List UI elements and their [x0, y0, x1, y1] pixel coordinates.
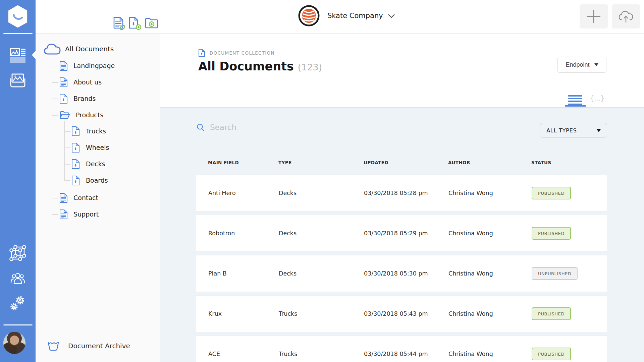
search-bar[interactable]	[197, 117, 527, 138]
type-filter-dropdown[interactable]: ALL TYPES	[540, 123, 607, 138]
tree-branch-line	[64, 147, 70, 148]
cell-main-field: ACE	[208, 351, 220, 357]
settings-gears-icon	[9, 296, 26, 312]
top-bar: Skate Company	[36, 0, 644, 34]
user-avatar[interactable]	[3, 332, 25, 354]
tree-item-boards[interactable]: Boards	[72, 175, 108, 186]
sidebar-divider	[3, 324, 33, 325]
page-title: All Documents	[198, 60, 294, 73]
table-row[interactable]: ACETrucks03/30/2018 05:44 pmChristina Wo…	[196, 336, 607, 362]
add-document-button[interactable]	[580, 4, 608, 28]
search-icon	[197, 123, 205, 131]
cell-main-field: Plan B	[208, 270, 227, 277]
tree-branch-line	[52, 82, 58, 83]
tree-branch-line	[52, 198, 58, 198]
chevron-down-icon	[388, 14, 395, 18]
table-row[interactable]: Plan BDecks03/30/2018 05:30 pmChristina …	[196, 255, 607, 292]
sidebar-item-content[interactable]	[0, 48, 36, 63]
tree-item-trucks[interactable]: Trucks	[72, 125, 106, 137]
caret-down-icon	[596, 129, 601, 132]
tree-branch-line	[64, 180, 70, 181]
document-text-icon	[60, 61, 67, 71]
tree-item-wheels[interactable]: Wheels	[72, 142, 109, 153]
sidebar-item-users[interactable]	[0, 272, 36, 284]
table-row[interactable]: Anti HeroDecks03/30/2018 05:28 pmChristi…	[196, 175, 607, 212]
workspace-switcher[interactable]: Skate Company	[298, 5, 395, 27]
tree-item-contact[interactable]: Contact	[60, 192, 98, 203]
tree-item-brands[interactable]: Brands	[60, 93, 96, 104]
main-sidebar	[0, 0, 36, 362]
cell-updated: 03/30/2018 05:30 pm	[364, 270, 428, 277]
cloud-upload-icon	[618, 10, 634, 23]
column-header-author: AUTHOR	[448, 160, 470, 165]
tree-item-label: About us	[73, 78, 102, 86]
add-folder-icon[interactable]	[145, 17, 158, 31]
archive-basket-icon	[47, 341, 59, 351]
sidebar-divider	[3, 33, 33, 34]
cell-author: Christina Wong	[448, 230, 493, 237]
cell-type: Decks	[279, 270, 297, 277]
tree-item-label: Boards	[86, 177, 108, 184]
sidebar-item-settings[interactable]	[0, 296, 36, 312]
upload-button[interactable]	[612, 4, 640, 28]
tree-item-label: Landingpage	[73, 62, 115, 69]
add-asset-document-icon[interactable]	[129, 17, 142, 32]
column-header-main-field: MAIN FIELD	[208, 160, 239, 165]
sidebar-item-relations[interactable]	[0, 245, 36, 261]
tree-branch-line	[52, 115, 58, 116]
cell-main-field: Anti Hero	[208, 190, 236, 196]
tree-item-decks[interactable]: Decks	[72, 158, 105, 170]
tree-item-label: Support	[73, 210, 99, 218]
tree-item-document-archive[interactable]: Document Archive	[47, 341, 130, 351]
collection-header: DOCUMENT COLLECTION All Documents (123) …	[160, 34, 644, 108]
tree-item-label: Products	[76, 111, 103, 119]
cell-author: Christina Wong	[448, 270, 493, 277]
table-row[interactable]: RobotronDecks03/30/2018 05:29 pmChristin…	[196, 215, 607, 252]
tree-item-about-us[interactable]: About us	[60, 76, 102, 88]
tree-item-products[interactable]: Products	[60, 109, 103, 121]
collection-kicker-label: DOCUMENT COLLECTION	[210, 50, 275, 56]
app-logo-hexagon-icon[interactable]	[7, 5, 29, 28]
document-asset-icon	[72, 126, 79, 136]
status-badge: PUBLISHED	[532, 307, 571, 320]
tab-api-view[interactable]: {...}	[590, 93, 604, 102]
tree-branch-line	[52, 66, 58, 66]
document-tree-panel: All Documents LandingpageAbout usBrandsP…	[36, 34, 160, 362]
tab-list-view[interactable]	[565, 93, 586, 106]
cell-updated: 03/30/2018 05:43 pm	[364, 310, 428, 317]
tree-item-label: Trucks	[86, 127, 106, 135]
tree-item-label: Wheels	[86, 144, 109, 151]
link-document-icon[interactable]	[113, 17, 125, 32]
type-filter-value: ALL TYPES	[546, 127, 577, 134]
tree-item-all-documents[interactable]: All Documents	[44, 43, 114, 55]
cell-author: Christina Wong	[448, 351, 493, 357]
cell-main-field: Krux	[208, 310, 222, 317]
cell-author: Christina Wong	[448, 310, 493, 317]
status-badge: PUBLISHED	[532, 187, 571, 199]
plus-icon	[586, 9, 601, 24]
tree-branch-line	[52, 99, 58, 99]
tree-item-label: Brands	[73, 95, 96, 102]
document-asset-icon	[72, 176, 79, 185]
document-asset-icon	[72, 143, 79, 153]
table-row[interactable]: KruxTrucks03/30/2018 05:43 pmChristina W…	[196, 295, 607, 332]
cloud-icon	[44, 43, 61, 55]
main-content: DOCUMENT COLLECTION All Documents (123) …	[160, 34, 644, 362]
tree-item-label: Decks	[86, 160, 105, 168]
title-row: All Documents (123)	[198, 60, 322, 73]
list-view-icon	[568, 95, 582, 97]
skate-company-logo	[298, 5, 320, 27]
active-item-notch	[32, 51, 36, 59]
search-input[interactable]	[210, 123, 505, 132]
endpoint-button[interactable]: Endpoint	[557, 57, 606, 73]
content-icon	[10, 48, 26, 63]
collection-kicker: DOCUMENT COLLECTION	[199, 49, 275, 57]
document-asset-icon	[199, 49, 205, 57]
tree-item-landingpage[interactable]: Landingpage	[60, 60, 115, 71]
sidebar-item-media[interactable]	[0, 73, 36, 87]
tree-branch-line	[52, 214, 58, 215]
cell-main-field: Robotron	[208, 230, 235, 237]
tree-branch-line	[64, 164, 70, 165]
tree-item-support[interactable]: Support	[60, 208, 99, 220]
tree-line	[64, 121, 65, 181]
